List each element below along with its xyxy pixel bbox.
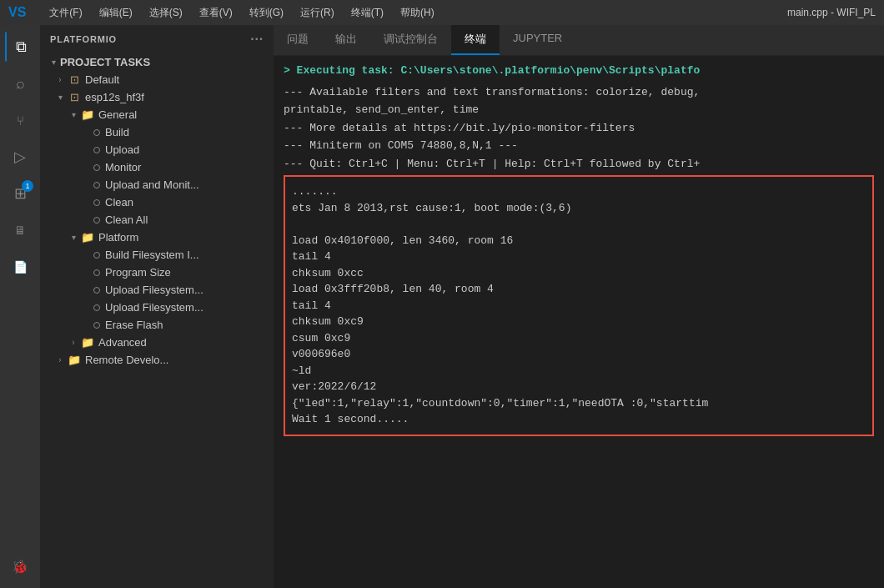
sidebar-item-remote-develo-label: Remote Develo... [85, 354, 168, 366]
files-icon: 📄 [13, 260, 28, 274]
activity-bar: ⧉ ⌕ ⑂ ▷ ⊞ 1 🖥 📄 🐞 [0, 25, 40, 588]
activity-platformio[interactable]: 🐞 [5, 551, 35, 581]
activity-files[interactable]: 📄 [5, 252, 35, 282]
boot-line-10: v000696e0 [292, 346, 866, 363]
sidebar: PLATFORMIO ··· ▾ PROJECT TASKS › ⊡ Defau… [40, 25, 274, 588]
menu-bar: 文件(F) 编辑(E) 选择(S) 查看(V) 转到(G) 运行(R) 终端(T… [43, 4, 440, 22]
chip-icon: ⊡ [67, 91, 82, 103]
collapse-arrow-icon: ▾ [67, 110, 80, 119]
task-circle-icon [93, 269, 100, 276]
sidebar-item-monitor[interactable]: Monitor [40, 158, 274, 176]
task-circle-icon [93, 252, 100, 259]
sidebar-item-upload-filesystem1[interactable]: Upload Filesystem... [40, 281, 274, 299]
search-icon: ⌕ [16, 75, 25, 93]
boot-line-0: ....... [292, 183, 866, 200]
sidebar-item-upload-filesystem2-label: Upload Filesystem... [105, 301, 203, 314]
activity-explorer[interactable]: ⧉ [5, 32, 35, 62]
sidebar-item-esp12s[interactable]: ▾ ⊡ esp12s_hf3f [40, 88, 274, 106]
sidebar-item-advanced[interactable]: › 📁 Advanced [40, 334, 274, 351]
sidebar-item-upload-filesystem2[interactable]: Upload Filesystem... [40, 299, 274, 316]
activity-source-control[interactable]: ⑂ [5, 105, 35, 135]
sidebar-item-program-size[interactable]: Program Size [40, 264, 274, 281]
sidebar-more-button[interactable]: ··· [250, 32, 264, 47]
sidebar-item-program-size-label: Program Size [105, 266, 171, 279]
collapse-arrow-icon: ▾ [47, 58, 60, 67]
boot-line-7: tail 4 [292, 298, 866, 314]
task-circle-icon [93, 182, 100, 188]
titlebar: VS 文件(F) 编辑(E) 选择(S) 查看(V) 转到(G) 运行(R) 终… [0, 0, 884, 25]
expand-arrow-icon: › [53, 355, 67, 364]
menu-view[interactable]: 查看(V) [193, 4, 239, 22]
sidebar-item-advanced-label: Advanced [98, 336, 147, 349]
sidebar-item-upload[interactable]: Upload [40, 141, 274, 158]
menu-run[interactable]: 运行(R) [294, 4, 341, 22]
sidebar-content: ▾ PROJECT TASKS › ⊡ Default ▾ ⊡ esp12s_h… [40, 53, 274, 588]
folder-icon: 📁 [80, 231, 95, 244]
filter-line-3: --- Miniterm on COM5 74880,8,N,1 --- [284, 138, 874, 154]
terminal-tabs-bar: 问题 输出 调试控制台 终端 JUPYTER [274, 25, 884, 56]
sidebar-item-clean-all[interactable]: Clean All [40, 211, 274, 229]
sidebar-item-clean-all-label: Clean All [105, 214, 148, 226]
tab-output[interactable]: 输出 [322, 25, 370, 55]
sidebar-item-build-label: Build [105, 126, 129, 138]
boot-line-9: csum 0xc9 [292, 330, 866, 347]
sidebar-item-platform[interactable]: ▾ 📁 Platform [40, 229, 274, 246]
sidebar-item-remote-develo[interactable]: › 📁 Remote Develo... [40, 351, 274, 369]
folder-icon: 📁 [80, 336, 95, 349]
menu-select[interactable]: 选择(S) [143, 4, 189, 22]
boot-line-3: load 0x4010f000, len 3460, room 16 [292, 233, 866, 249]
boot-line-14: Wait 1 second..... [292, 411, 866, 428]
tab-terminal[interactable]: 终端 [451, 25, 500, 55]
project-tasks-header[interactable]: ▾ PROJECT TASKS [40, 53, 274, 71]
tab-debug-console[interactable]: 调试控制台 [370, 25, 451, 55]
task-circle-icon [93, 217, 100, 224]
task-circle-icon [93, 129, 100, 136]
menu-file[interactable]: 文件(F) [43, 4, 88, 22]
sidebar-item-general[interactable]: ▾ 📁 General [40, 106, 274, 123]
sidebar-header: PLATFORMIO ··· [40, 25, 274, 53]
collapse-arrow-icon: ▾ [67, 233, 80, 242]
sidebar-item-erase-flash[interactable]: Erase Flash [40, 316, 274, 334]
boot-line-12: ver:2022/6/12 [292, 379, 866, 395]
activity-search[interactable]: ⌕ [5, 68, 35, 98]
expand-arrow-icon: › [53, 75, 67, 84]
boot-line-4: tail 4 [292, 249, 866, 265]
menu-edit[interactable]: 编辑(E) [93, 4, 139, 22]
activity-extensions[interactable]: ⊞ 1 [5, 178, 35, 209]
menu-help[interactable]: 帮助(H) [394, 4, 441, 22]
menu-goto[interactable]: 转到(G) [243, 4, 290, 22]
boot-line-11: ~ld [292, 363, 866, 379]
task-circle-icon [93, 147, 100, 153]
menu-terminal[interactable]: 终端(T) [344, 4, 390, 22]
terminal-output[interactable]: > Executing task: C:\Users\stone\.platfo… [274, 56, 884, 588]
sidebar-item-general-label: General [98, 108, 137, 121]
sidebar-item-build[interactable]: Build [40, 123, 274, 141]
sidebar-item-upload-monitor[interactable]: Upload and Monit... [40, 176, 274, 193]
boot-line-13: {"led":1,"relay":1,"countdown":0,"timer"… [292, 395, 866, 412]
source-control-icon: ⑂ [17, 113, 24, 128]
sidebar-item-build-filesystem-label: Build Filesystem I... [105, 249, 199, 261]
boot-line-6: load 0x3fff20b8, len 40, room 4 [292, 281, 866, 298]
activity-run[interactable]: ▷ [5, 142, 35, 172]
filter-line-0: --- Available filters and text transform… [284, 84, 874, 101]
sidebar-item-default-label: Default [85, 73, 119, 86]
boot-line-1: ets Jan 8 2013,rst cause:1, boot mode:(3… [292, 200, 866, 217]
tab-jupyter[interactable]: JUPYTER [500, 25, 575, 55]
filter-line-2: --- More details at https://bit.ly/pio-m… [284, 120, 874, 137]
task-circle-icon [93, 304, 100, 311]
boot-line-2 [292, 216, 866, 233]
sidebar-item-platform-label: Platform [98, 231, 138, 244]
sidebar-item-erase-flash-label: Erase Flash [105, 319, 163, 331]
activity-remote-explorer[interactable]: 🖥 [5, 215, 35, 245]
main-layout: ⧉ ⌕ ⑂ ▷ ⊞ 1 🖥 📄 🐞 PLATFORMIO ··· [0, 25, 884, 588]
sidebar-item-monitor-label: Monitor [105, 161, 141, 173]
sidebar-title: PLATFORMIO [50, 34, 117, 44]
boot-line-8: chksum 0xc9 [292, 314, 866, 330]
sidebar-item-clean[interactable]: Clean [40, 193, 274, 211]
extensions-badge: 1 [22, 180, 33, 192]
sidebar-item-default[interactable]: › ⊡ Default [40, 71, 274, 88]
sidebar-item-build-filesystem[interactable]: Build Filesystem I... [40, 246, 274, 264]
tab-problems[interactable]: 问题 [274, 25, 322, 55]
task-circle-icon [93, 287, 100, 294]
folder-open-icon: 📁 [80, 108, 95, 121]
